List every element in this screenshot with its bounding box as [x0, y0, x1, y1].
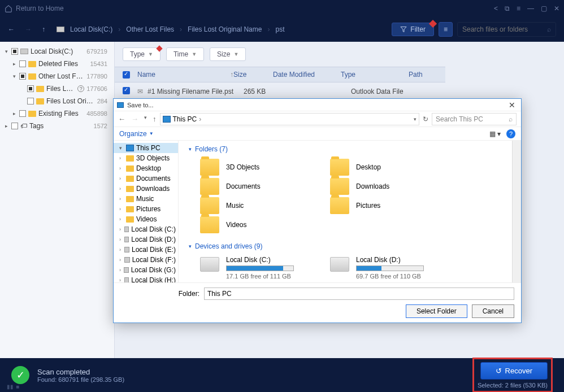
folder-item[interactable]: Documents: [200, 178, 313, 195]
folders-section-header[interactable]: ▾Folders (7): [189, 143, 512, 155]
folder-input[interactable]: [204, 288, 514, 300]
copy-icon[interactable]: ⧉: [505, 5, 510, 12]
folder-item[interactable]: Downloads: [330, 178, 443, 195]
maximize-icon[interactable]: ▢: [541, 5, 547, 12]
dlg-tree-item[interactable]: ▾This PC: [114, 143, 178, 153]
tree-count: 1572: [94, 123, 111, 129]
close-window-icon[interactable]: ✕: [554, 5, 559, 12]
tree-checkbox[interactable]: [19, 60, 26, 67]
tree-toggle-icon[interactable]: ▾: [11, 73, 17, 79]
dlg-tree-item[interactable]: ›Local Disk (D:): [114, 234, 178, 245]
cancel-button[interactable]: Cancel: [472, 304, 514, 318]
menu-lines-icon[interactable]: ≡: [517, 5, 520, 12]
tree-toggle-icon[interactable]: ▸: [11, 61, 17, 67]
refresh-icon[interactable]: ↻: [423, 115, 428, 123]
tree-toggle-icon[interactable]: ▾: [3, 49, 9, 54]
dlg-tree-item[interactable]: ›Desktop: [114, 163, 178, 173]
folder-item[interactable]: Music: [200, 197, 313, 214]
view-options-icon[interactable]: ▦ ▾: [489, 130, 501, 138]
tree-arrow-icon: ›: [119, 267, 122, 273]
crumb-1[interactable]: Other Lost Files: [126, 25, 174, 33]
drive-item[interactable]: Local Disk (C:)17.1 GB free of 111 GB: [200, 256, 313, 280]
drives-section-header[interactable]: ▾Devices and drives (9): [189, 240, 512, 252]
row-checkbox[interactable]: [123, 87, 130, 94]
search-bar[interactable]: ⌕: [457, 22, 556, 37]
col-size[interactable]: Size: [233, 71, 273, 79]
share-icon[interactable]: <: [494, 5, 498, 12]
forward-arrow-icon[interactable]: →: [25, 25, 32, 33]
folder-icon: [36, 86, 44, 92]
dlg-tree-item[interactable]: ›Local Disk (F:): [114, 255, 178, 265]
tree-item[interactable]: ▾Local Disk(C:)679219: [0, 45, 114, 58]
tree-checkbox[interactable]: [19, 110, 26, 117]
dlg-tree-item[interactable]: ›Videos: [114, 214, 178, 224]
dlg-tree-item[interactable]: ›Local Disk (G:): [114, 265, 178, 275]
stop-icon[interactable]: ■: [16, 384, 19, 390]
organize-menu[interactable]: Organize▼: [119, 130, 154, 138]
dlg-search[interactable]: Search This PC ⌕: [432, 113, 517, 125]
col-type[interactable]: Type: [341, 71, 409, 79]
dlg-tree-item[interactable]: ›Local Disk (H:): [114, 275, 178, 282]
select-folder-button[interactable]: Select Folder: [406, 304, 467, 318]
select-all-checkbox[interactable]: [123, 71, 130, 79]
dlg-recent-icon[interactable]: ▾: [144, 115, 147, 123]
dlg-up-icon[interactable]: ↑: [153, 115, 157, 123]
tree-checkbox[interactable]: [19, 73, 26, 80]
tree-checkbox[interactable]: [27, 98, 34, 104]
col-path[interactable]: Path: [409, 71, 437, 79]
dlg-forward-icon[interactable]: →: [131, 115, 138, 123]
up-arrow-icon[interactable]: ↑: [42, 25, 45, 33]
return-home-button[interactable]: Return to Home: [5, 5, 64, 12]
size-filter[interactable]: Size▼: [210, 47, 246, 61]
time-filter[interactable]: Time▼: [166, 47, 204, 61]
crumb-2[interactable]: Files Lost Original Name: [188, 25, 262, 33]
folder-item[interactable]: 3D Objects: [200, 159, 313, 176]
help-icon[interactable]: ?: [77, 85, 84, 92]
folder-item[interactable]: Videos: [200, 216, 313, 233]
tree-checkbox[interactable]: [27, 85, 34, 92]
folder-item[interactable]: Pictures: [330, 197, 443, 214]
dlg-tree-item[interactable]: ›3D Objects: [114, 153, 178, 163]
tree-item[interactable]: ▸Deleted Files15431: [0, 58, 114, 70]
drive-item[interactable]: Local Disk (D:)69.7 GB free of 110 GB: [330, 256, 443, 280]
recover-button[interactable]: ↺ Recover: [480, 362, 548, 380]
col-date[interactable]: Date Modified: [273, 71, 341, 79]
folder-item[interactable]: Desktop: [330, 159, 443, 176]
tree-item[interactable]: ▸Existing Files485898: [0, 107, 114, 120]
type-filter[interactable]: Type▼: [123, 47, 160, 61]
dlg-tree-item[interactable]: ›Downloads: [114, 184, 178, 194]
view-menu-button[interactable]: ≡: [439, 22, 453, 37]
tree-item[interactable]: ▸🏷Tags1572: [0, 120, 114, 132]
tree-item[interactable]: Files Lost Origi...?177606: [0, 82, 114, 95]
minimize-icon[interactable]: —: [527, 5, 534, 12]
search-input[interactable]: [462, 25, 547, 33]
dlg-tree-item[interactable]: ›Music: [114, 194, 178, 204]
dialog-close-button[interactable]: ✕: [506, 101, 518, 110]
pause-icon[interactable]: ▮▮: [7, 384, 14, 390]
dlg-tree-item[interactable]: ›Documents: [114, 173, 178, 184]
chevron-down-icon[interactable]: ▾: [414, 116, 417, 122]
tree-toggle-icon[interactable]: ▸: [11, 111, 17, 116]
folder-icon: [126, 176, 134, 182]
tree-checkbox[interactable]: [11, 123, 18, 129]
back-arrow-icon[interactable]: ←: [8, 25, 15, 33]
dlg-tree-item[interactable]: ›Local Disk (C:): [114, 224, 178, 234]
tree-toggle-icon[interactable]: ▸: [3, 123, 9, 129]
crumb-0[interactable]: Local Disk(C:): [70, 25, 112, 33]
dlg-back-icon[interactable]: ←: [118, 115, 125, 123]
tree-item[interactable]: Files Lost Original Dire...284: [0, 95, 114, 107]
col-name[interactable]: Name↑: [137, 71, 233, 79]
tree-checkbox[interactable]: [11, 48, 18, 55]
time-filter-label: Time: [173, 50, 188, 58]
scrollbar[interactable]: [512, 141, 521, 282]
folder-icon: [330, 178, 349, 195]
dlg-tree-item[interactable]: ›Pictures: [114, 204, 178, 214]
dlg-tree-item[interactable]: ›Local Disk (E:): [114, 245, 178, 255]
dialog-footer: Folder: Select Folder Cancel: [114, 282, 521, 323]
crumb-3[interactable]: pst: [275, 25, 284, 33]
drive-icon: [124, 257, 130, 263]
dlg-path[interactable]: This PC › ▾: [160, 113, 420, 125]
filter-button[interactable]: Filter: [392, 23, 434, 36]
help-icon[interactable]: ?: [506, 129, 515, 138]
tree-item[interactable]: ▾Other Lost Files177890: [0, 70, 114, 82]
